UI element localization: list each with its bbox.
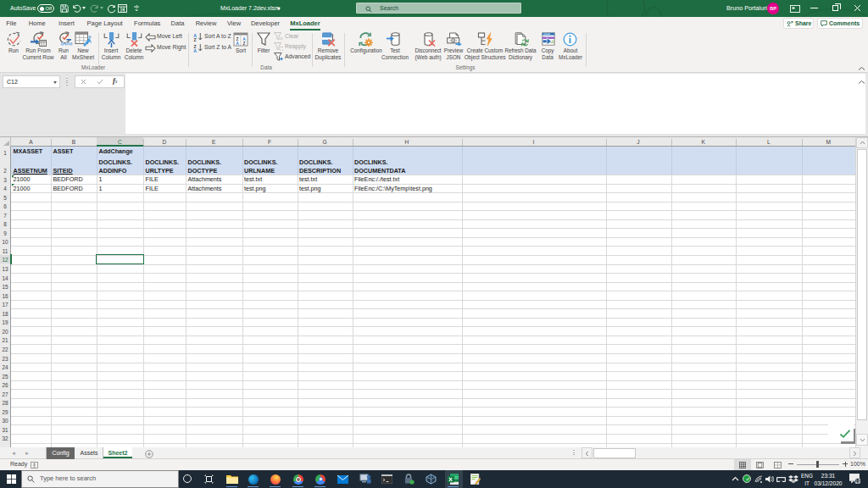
svg-text:A: A xyxy=(193,48,197,53)
svg-text:Z: Z xyxy=(242,41,245,46)
svg-text:6: 6 xyxy=(62,42,64,47)
svg-text:Z: Z xyxy=(194,37,198,42)
svg-text:19: 19 xyxy=(855,480,860,484)
svg-text:A: A xyxy=(236,41,239,46)
svg-text:6: 6 xyxy=(65,42,68,47)
svg-text:6: 6 xyxy=(70,42,72,47)
